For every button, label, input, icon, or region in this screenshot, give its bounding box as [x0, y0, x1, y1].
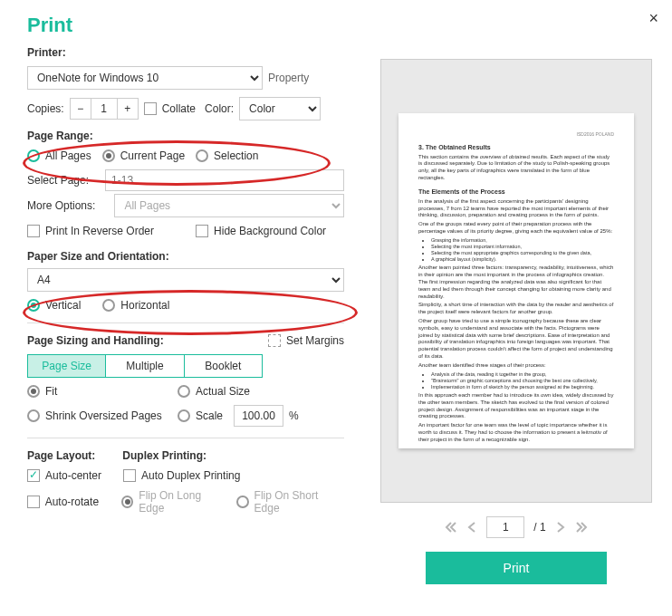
preview-box: ISD2016 POLAND 3. The Obtained Results T… [380, 59, 652, 503]
doc-b4: A graphical layout (simplicity). [431, 256, 614, 263]
hide-bg-checkbox[interactable] [196, 225, 208, 237]
autocenter-checkbox[interactable] [27, 469, 40, 482]
radio-flip-short [236, 496, 249, 508]
collate-label: Collate [162, 102, 196, 115]
current-page-label: Current Page [120, 149, 185, 162]
layout-label: Page Layout: [27, 449, 95, 462]
page-nav: / 1 [380, 516, 652, 538]
set-margins-link[interactable]: Set Margins [286, 334, 344, 347]
doc-c2: "Brainstorm" on graphic conceptions and … [431, 378, 614, 384]
radio-flip-long [121, 496, 134, 508]
copies-plus[interactable]: + [118, 99, 138, 119]
more-options-label: More Options: [27, 199, 107, 212]
duplex-label: Duplex Printing: [122, 449, 206, 462]
radio-fit[interactable] [27, 385, 40, 398]
more-options-select[interactable]: All Pages [114, 194, 344, 217]
doc-p8: In this approach each member had to intr… [418, 392, 614, 420]
radio-horizontal[interactable] [102, 299, 115, 312]
flip-short-label: Flip On Short Edge [254, 489, 344, 515]
paper-label: Paper Size and Orientation: [27, 250, 344, 263]
actual-size-label: Actual Size [196, 385, 250, 398]
flip-long-label: Flip On Long Edge [139, 489, 226, 515]
sizing-label: Page Sizing and Handling: [27, 334, 164, 347]
scale-label: Scale [196, 409, 223, 422]
scale-input[interactable] [234, 405, 283, 427]
copies-value[interactable]: 1 [91, 99, 118, 119]
printer-select[interactable]: OneNote for Windows 10 [27, 66, 263, 90]
settings-panel: Printer: OneNote for Windows 10 Property… [0, 46, 371, 522]
color-select[interactable]: Color [239, 97, 321, 120]
doc-h1: 3. The Obtained Results [418, 143, 614, 151]
doc-h2: The Elements of the Process [418, 188, 614, 196]
all-pages-label: All Pages [45, 149, 91, 162]
preview-panel: ISD2016 POLAND 3. The Obtained Results T… [380, 59, 652, 584]
hide-bg-label: Hide Background Color [214, 225, 326, 237]
reverse-label: Print In Reverse Order [45, 225, 154, 237]
page-range-label: Page Range: [27, 130, 344, 142]
doc-p5: Simplicity, a short time of interaction … [418, 302, 614, 316]
autorotate-checkbox[interactable] [27, 496, 40, 508]
paper-size-select[interactable]: A4 [27, 268, 344, 292]
nav-prev-icon[interactable] [466, 521, 477, 534]
close-icon[interactable]: × [648, 9, 658, 28]
autorotate-label: Auto-rotate [45, 496, 116, 508]
radio-current-page[interactable] [102, 149, 115, 162]
nav-next-icon[interactable] [555, 521, 566, 534]
tab-multiple[interactable]: Multiple [106, 355, 184, 377]
select-page-label: Select Page: [27, 174, 98, 187]
doc-p3: One of the groups rated every point of t… [418, 221, 614, 236]
scale-pct: % [289, 409, 299, 422]
dialog-title: Print [0, 0, 672, 46]
doc-b3: Selecting the most appropriate graphics … [431, 250, 614, 256]
tab-page-size[interactable]: Page Size [28, 355, 106, 377]
autocenter-label: Auto-center [45, 469, 118, 482]
tab-booklet[interactable]: Booklet [185, 355, 262, 377]
radio-selection[interactable] [196, 149, 208, 162]
printer-property-link[interactable]: Property [268, 72, 309, 84]
print-button[interactable]: Print [426, 552, 607, 584]
doc-b1: Grasping the information, [431, 237, 614, 244]
doc-p9: An important factor for one team was the… [418, 422, 614, 443]
radio-shrink[interactable] [27, 409, 40, 422]
nav-last-icon[interactable] [575, 521, 588, 534]
nav-first-icon[interactable] [445, 521, 457, 534]
auto-duplex-label: Auto Duplex Printing [141, 469, 240, 482]
doc-header: ISD2016 POLAND [418, 131, 614, 138]
nav-total: / 1 [533, 521, 545, 534]
radio-actual-size[interactable] [178, 385, 190, 398]
copies-stepper[interactable]: − 1 + [70, 98, 139, 120]
nav-page-input[interactable] [486, 516, 524, 538]
radio-scale[interactable] [178, 409, 190, 422]
doc-p6: Other group have tried to use a simple i… [418, 318, 614, 361]
shrink-label: Shrink Oversized Pages [45, 409, 172, 422]
doc-c3: Implementation in form of sketch by the … [431, 384, 614, 390]
reverse-checkbox[interactable] [27, 225, 40, 237]
doc-p1: This section contains the overview of ob… [418, 154, 614, 182]
copies-label: Copies: [27, 102, 64, 115]
color-label: Color: [205, 102, 234, 115]
doc-p2: In the analysis of the first aspect conc… [418, 198, 614, 219]
horizontal-label: Horizontal [120, 299, 169, 312]
preview-page: ISD2016 POLAND 3. The Obtained Results T… [398, 113, 634, 448]
doc-b2: Selecting the most important information… [431, 244, 614, 250]
doc-p4: Another team pointed three factors: tran… [418, 265, 614, 300]
radio-all-pages[interactable] [27, 149, 40, 162]
doc-p7: Another team identified three stages of … [418, 362, 614, 370]
doc-c1: Analysis of the data, reading it togethe… [431, 371, 614, 378]
selection-label: Selection [214, 149, 258, 162]
vertical-label: Vertical [45, 299, 81, 312]
margins-icon [268, 334, 281, 347]
collate-checkbox[interactable] [144, 102, 157, 115]
copies-minus[interactable]: − [71, 99, 91, 119]
select-page-input[interactable] [105, 169, 344, 191]
fit-label: Fit [45, 385, 172, 398]
sizing-tabs: Page Size Multiple Booklet [27, 354, 263, 378]
printer-label: Printer: [27, 46, 66, 59]
radio-vertical[interactable] [27, 299, 40, 312]
auto-duplex-checkbox[interactable] [123, 469, 136, 482]
